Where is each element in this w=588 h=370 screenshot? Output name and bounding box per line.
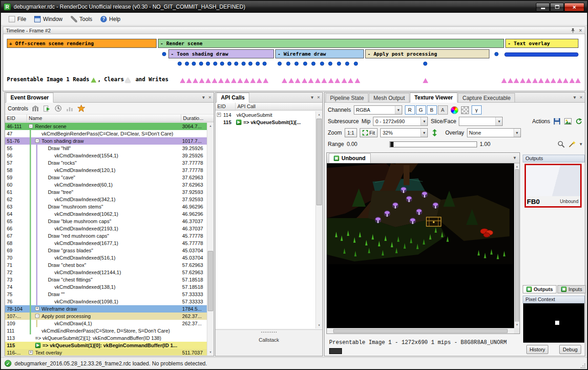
minimize-button[interactable] bbox=[536, 3, 550, 11]
mip-dropdown[interactable]: 0 - 1272x690▼ bbox=[373, 117, 428, 126]
event-row[interactable]: 73Draw "chest fittings"57.18518 bbox=[5, 276, 207, 283]
event-dot[interactable] bbox=[354, 62, 358, 66]
event-row[interactable]: 51-76-Toon shading draw1017.7... bbox=[5, 137, 207, 145]
event-row[interactable]: 78-104+Wireframe draw1784.5... bbox=[5, 305, 207, 313]
expand-icon[interactable]: + bbox=[217, 113, 221, 117]
tab-unbound-texture[interactable]: ▣ Unbound bbox=[329, 153, 371, 163]
zoom-1to1-button[interactable]: 1:1 bbox=[345, 128, 357, 137]
event-row[interactable]: 69Draw "grass blades"45.03704 bbox=[5, 247, 207, 254]
event-dot[interactable] bbox=[294, 62, 299, 66]
menu-help[interactable]: Help bbox=[96, 15, 125, 24]
event-row[interactable]: 109vkCmdDraw(4,1)262.37... bbox=[5, 320, 207, 327]
flip-y-icon[interactable] bbox=[430, 129, 439, 137]
event-dot[interactable] bbox=[192, 62, 196, 66]
event-row[interactable]: 60vkCmdDrawIndexed(60,1)37.62963 bbox=[5, 181, 207, 188]
range-slider-thumb[interactable] bbox=[390, 142, 394, 147]
event-row[interactable]: 75Draw ""57.33333 bbox=[5, 291, 207, 298]
event-dot[interactable] bbox=[311, 62, 315, 66]
event-dot[interactable] bbox=[242, 62, 246, 66]
event-dot[interactable] bbox=[345, 62, 349, 66]
debug-button[interactable]: Debug bbox=[559, 345, 581, 354]
gamma-button[interactable]: γ bbox=[472, 105, 482, 115]
tab-inputs[interactable]: ▣Inputs bbox=[557, 285, 586, 293]
timeline-marker-bar[interactable]: + Off-screen scene rendering bbox=[7, 39, 157, 48]
collapse-icon[interactable]: - bbox=[29, 124, 33, 128]
event-dot[interactable] bbox=[494, 52, 499, 56]
event-row[interactable]: 55Draw "hill"39.25926 bbox=[5, 145, 207, 152]
channels-dropdown[interactable]: RGBA▼ bbox=[354, 105, 402, 115]
tab-pipeline-state[interactable]: Pipeline State bbox=[326, 93, 368, 102]
event-dot[interactable] bbox=[303, 62, 307, 66]
channel-g-button[interactable]: G bbox=[416, 105, 426, 115]
scrollbar-thumb[interactable] bbox=[208, 251, 213, 312]
api-call-row[interactable]: +114vkQueueSubmit bbox=[215, 111, 315, 119]
zoom-range-icon[interactable] bbox=[557, 140, 565, 148]
color-wheel-icon[interactable] bbox=[451, 106, 458, 114]
scroll-up-icon[interactable]: ▴ bbox=[514, 163, 520, 170]
timeline-canvas[interactable]: + Off-screen scene rendering- Render sce… bbox=[3, 34, 585, 91]
event-row[interactable]: 111vkCmdEndRenderPass(C=Store, D=Store, … bbox=[5, 327, 207, 334]
expand-icon[interactable]: + bbox=[35, 307, 39, 311]
menu-tools[interactable]: Tools bbox=[67, 15, 96, 24]
event-row[interactable]: 47vkCmdBeginRenderPass(C=Clear, D=Clear,… bbox=[5, 130, 207, 137]
event-dot[interactable] bbox=[206, 62, 210, 66]
pixel-context-canvas[interactable] bbox=[523, 303, 584, 343]
channel-b-button[interactable]: B bbox=[427, 105, 437, 115]
event-dot[interactable] bbox=[328, 62, 332, 66]
timeline-marker-bar[interactable]: - Text overlay bbox=[505, 39, 578, 48]
write-triangle-group[interactable] bbox=[423, 78, 428, 83]
timeline-marker-bar[interactable]: - Render scene bbox=[158, 39, 504, 48]
channel-r-button[interactable]: R bbox=[405, 105, 415, 115]
scroll-down-icon[interactable]: ▾ bbox=[207, 349, 214, 355]
tab-capture-executable[interactable]: Capture Executable bbox=[458, 93, 515, 102]
refresh-icon[interactable] bbox=[575, 117, 583, 125]
close-icon[interactable]: × bbox=[580, 94, 583, 100]
api-call-row[interactable]: 115▶=> vkQueueSubmit(1)[... bbox=[215, 119, 315, 126]
event-row[interactable]: 56vkCmdDrawIndexed(1554,1)39.25926 bbox=[5, 152, 207, 159]
timeline-marker-bar[interactable]: - Wireframe draw bbox=[275, 49, 364, 58]
event-row[interactable]: 107-...-Apply post processing262.37... bbox=[5, 313, 207, 320]
fit-button[interactable]: Fit bbox=[360, 128, 378, 137]
event-dot[interactable] bbox=[423, 62, 427, 66]
event-row[interactable]: 61Draw "tree"37.92593 bbox=[5, 188, 207, 196]
close-icon[interactable]: × bbox=[317, 94, 320, 100]
scroll-up-icon[interactable]: ▴ bbox=[316, 111, 322, 118]
event-dot[interactable] bbox=[227, 62, 231, 66]
col-api-call[interactable]: API Call bbox=[236, 103, 322, 110]
tab-mesh-output[interactable]: Mesh Output bbox=[369, 93, 410, 102]
event-row[interactable]: 76vkCmdDrawIndexed(1098,1)57.33333 bbox=[5, 298, 207, 305]
range-slider[interactable] bbox=[389, 141, 477, 147]
close-icon[interactable]: × bbox=[209, 94, 211, 100]
event-dot[interactable] bbox=[337, 62, 341, 66]
event-row[interactable]: 71Draw "chest box"57.62963 bbox=[5, 261, 207, 269]
event-browser-scrollbar[interactable]: ▴ ▾ bbox=[207, 123, 214, 355]
menu-window[interactable]: Window bbox=[30, 15, 67, 24]
api-calls-scrollbar[interactable]: ▴ ▾ bbox=[315, 111, 322, 328]
collapse-icon[interactable]: - bbox=[35, 139, 39, 143]
autofit-wand-icon[interactable] bbox=[568, 140, 576, 148]
texture-horizontal-scrollbar[interactable] bbox=[327, 328, 514, 334]
chevron-down-icon[interactable]: ▾ bbox=[573, 94, 576, 100]
clock-icon[interactable] bbox=[54, 104, 63, 113]
maximize-button[interactable] bbox=[550, 3, 564, 11]
event-dot[interactable] bbox=[185, 62, 189, 66]
event-dot[interactable] bbox=[234, 62, 238, 66]
splitter-grip[interactable] bbox=[261, 332, 277, 334]
channel-a-button[interactable]: A bbox=[438, 105, 448, 115]
zoom-level-dropdown[interactable]: 32%▼ bbox=[380, 128, 428, 137]
event-row[interactable]: 68vkCmdDrawIndexed(1677,1)45.77778 bbox=[5, 240, 207, 247]
stats-chart-icon[interactable] bbox=[66, 104, 74, 113]
event-row[interactable]: 72vkCmdDrawIndexed(12144,1)57.62963 bbox=[5, 269, 207, 276]
pin-icon[interactable] bbox=[571, 28, 575, 33]
event-row[interactable]: 64vkCmdDrawIndexed(1062,1)46.96296 bbox=[5, 210, 207, 218]
event-dot[interactable] bbox=[248, 62, 252, 66]
write-triangle-group[interactable] bbox=[282, 78, 360, 83]
resize-grip[interactable] bbox=[580, 363, 586, 369]
event-dot[interactable] bbox=[286, 62, 290, 66]
event-row[interactable]: 115▶=> vkQueueSubmit(1)[0]: vkBeginComma… bbox=[5, 342, 207, 349]
event-row[interactable]: 74vkCmdDrawIndexed(138,1)57.18518 bbox=[5, 283, 207, 291]
write-triangle-group[interactable] bbox=[501, 78, 581, 83]
col-duration[interactable]: Duratio... bbox=[181, 115, 214, 122]
menu-file[interactable]: File bbox=[5, 15, 30, 24]
scrollbar-thumb[interactable] bbox=[316, 119, 322, 205]
